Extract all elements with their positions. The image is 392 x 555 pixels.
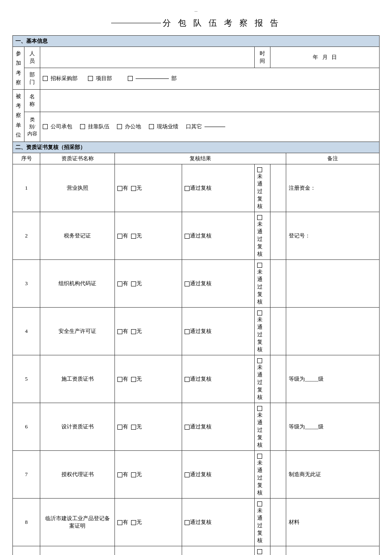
cb-other-dept[interactable] xyxy=(128,76,133,81)
cb-no-3[interactable] xyxy=(131,281,136,286)
cb-pass-3[interactable] xyxy=(185,281,190,286)
result-pass-6: 通过复核 xyxy=(182,403,255,450)
inspect-type-row: 类别/内容 公司承包 挂靠队伍 办公地 现场业绩 口其它 xyxy=(13,112,380,142)
cb-procurement[interactable] xyxy=(43,76,48,81)
result-fail-1: 未通过复核 xyxy=(255,164,270,212)
cb-pass-4[interactable] xyxy=(185,329,190,334)
result-5: 有 无 xyxy=(115,355,182,403)
result-pass-7: 通过复核 xyxy=(182,450,255,498)
col-no: 序号 xyxy=(13,153,40,164)
cb-has-4[interactable] xyxy=(117,329,122,334)
cb-hang[interactable] xyxy=(80,124,85,129)
cb-fail-1[interactable] xyxy=(257,167,262,172)
cb-fail-8[interactable] xyxy=(257,501,262,506)
inspect-name-row: 被考察单位 名称 xyxy=(13,89,380,112)
cert-name-7: 授权代理证书 xyxy=(40,450,115,498)
label-time: 时间 xyxy=(255,47,270,68)
cb-fail-4[interactable] xyxy=(257,311,262,315)
cert-no-7: 7 xyxy=(13,450,40,498)
cb-fail-2[interactable] xyxy=(257,215,262,220)
cert-name-3: 组织机构代码证 xyxy=(40,259,115,307)
cb-has-5[interactable] xyxy=(117,377,122,382)
cb-pass-5[interactable] xyxy=(185,377,190,382)
result-9: 有 无 xyxy=(115,546,182,555)
remark-7: 制造商无此证 xyxy=(286,450,379,498)
type-other-blank xyxy=(205,127,225,127)
cb-no-2[interactable] xyxy=(131,234,136,239)
cb-pass-1[interactable] xyxy=(185,186,190,191)
remark-1: 注册资金： xyxy=(286,164,379,212)
cert-no-4: 4 xyxy=(13,307,40,355)
result-fail-9: 未通过复核 xyxy=(255,546,270,555)
result-fail-3: 未通过复核 xyxy=(255,259,270,307)
label-name: 名称 xyxy=(24,89,40,112)
section1-header-row: 一、基本信息 xyxy=(13,36,380,47)
remark-9: 材料 xyxy=(286,546,379,555)
cert-name-4: 安全生产许可证 xyxy=(40,307,115,355)
col-result: 复核结果 xyxy=(115,153,286,164)
result-pass-3: 通过复核 xyxy=(182,259,255,307)
cert-row-9: 9 行业主管部门颁发的生产许可证、产品鉴定证书和有关检测报告 有 无 通过复核 … xyxy=(13,546,380,555)
cb-no-5[interactable] xyxy=(131,377,136,382)
cb-no-4[interactable] xyxy=(131,329,136,334)
cb-fail-6[interactable] xyxy=(257,406,262,411)
cb-has-1[interactable] xyxy=(117,186,122,191)
cb-pass-2[interactable] xyxy=(185,234,190,239)
cert-name-2: 税务登记证 xyxy=(40,212,115,259)
cb-has-6[interactable] xyxy=(117,425,122,430)
cb-fail-3[interactable] xyxy=(257,263,262,268)
cb-no-6[interactable] xyxy=(131,425,136,430)
inspect-name-value xyxy=(40,89,380,112)
cb-pass-8[interactable] xyxy=(185,520,190,525)
cert-no-6: 6 xyxy=(13,403,40,450)
col-remark: 备注 xyxy=(286,153,379,164)
title-blank-line xyxy=(111,23,161,23)
cb-fail-7[interactable] xyxy=(257,454,262,459)
cb-company[interactable] xyxy=(43,124,48,129)
cert-row-1: 1 营业执照 有 无 通过复核 未通过复核 注册资金： xyxy=(13,164,380,212)
cb-pass-6[interactable] xyxy=(185,425,190,430)
cert-row-7: 7 授权代理证书 有 无 通过复核 未通过复核 制造商无此证 xyxy=(13,450,380,498)
page-header: -- xyxy=(12,8,380,13)
result-pass-4: 通过复核 xyxy=(182,307,255,355)
section2-title: 二、资质证书复核（招采部） xyxy=(13,142,380,153)
label-procurement: 招标采购部 xyxy=(51,75,78,82)
remark-4 xyxy=(286,307,379,355)
cb-fail-9[interactable] xyxy=(257,549,262,554)
main-form-table: 一、基本信息 参加考察 人员 时间 年 月 日 部门 招标采购部 项目部 部 被… xyxy=(12,35,380,555)
result-7: 有 无 xyxy=(115,450,182,498)
cb-field[interactable] xyxy=(149,124,154,129)
cert-name-1: 营业执照 xyxy=(40,164,115,212)
inspect-type-checkboxes: 公司承包 挂靠队伍 办公地 现场业绩 口其它 xyxy=(40,112,380,142)
cert-no-3: 3 xyxy=(13,259,40,307)
cert-name-9: 行业主管部门颁发的生产许可证、产品鉴定证书和有关检测报告 xyxy=(40,546,115,555)
remark-6: 等级为_____级 xyxy=(286,403,379,450)
cb-no-1[interactable] xyxy=(131,186,136,191)
cb-no-7[interactable] xyxy=(131,472,136,477)
cb-pass-7[interactable] xyxy=(185,472,190,477)
result-pass-8: 通过复核 xyxy=(182,498,255,546)
cert-no-8: 8 xyxy=(13,498,40,546)
cb-has-8[interactable] xyxy=(117,520,122,525)
label-field: 现场业绩 xyxy=(157,123,178,130)
cb-has-7[interactable] xyxy=(117,472,122,477)
group-label-inspected: 被考察单位 xyxy=(13,89,24,142)
cb-office[interactable] xyxy=(117,124,122,129)
remark-8: 材料 xyxy=(286,498,379,546)
cb-has-3[interactable] xyxy=(117,281,122,286)
cb-fail-5[interactable] xyxy=(257,358,262,363)
cert-no-9: 9 xyxy=(13,546,40,555)
dept-checkboxes: 招标采购部 项目部 部 xyxy=(40,68,380,89)
cb-project[interactable] xyxy=(88,76,93,81)
result-4: 有 无 xyxy=(115,307,182,355)
cert-row-3: 3 组织机构代码证 有 无 通过复核 未通过复核 xyxy=(13,259,380,307)
cert-no-5: 5 xyxy=(13,355,40,403)
label-other: 口其它 xyxy=(186,123,202,130)
personnel-row: 参加考察 人员 时间 年 月 日 xyxy=(13,47,380,68)
cb-no-8[interactable] xyxy=(131,520,136,525)
section2-header-row: 二、资质证书复核（招采部） xyxy=(13,142,380,153)
result-fail-5: 未通过复核 xyxy=(255,355,270,403)
cert-row-4: 4 安全生产许可证 有 无 通过复核 未通过复核 xyxy=(13,307,380,355)
cert-row-2: 2 税务登记证 有 无 通过复核 未通过复核 登记号： xyxy=(13,212,380,259)
cb-has-2[interactable] xyxy=(117,234,122,239)
